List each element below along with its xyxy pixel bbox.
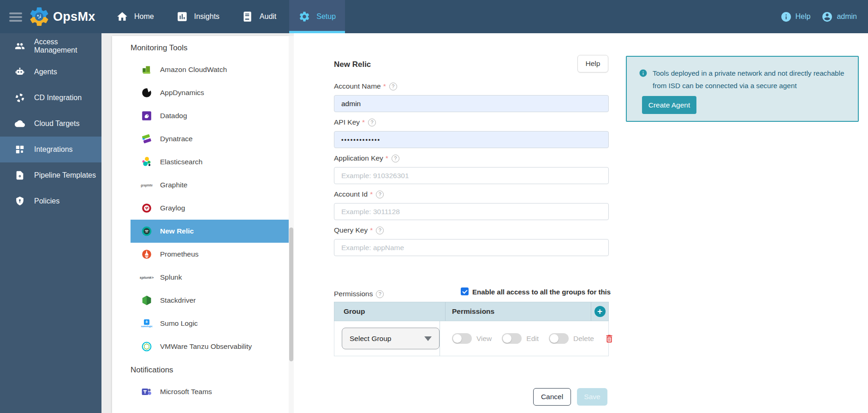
chevron-down-icon (424, 336, 432, 341)
tool-item-new-relic[interactable]: New Relic (131, 220, 289, 243)
account-name-input[interactable] (334, 95, 609, 112)
tool-item-datadog[interactable]: Datadog (131, 104, 289, 127)
newrelic-icon (141, 225, 153, 237)
delete-toggle[interactable] (549, 333, 569, 344)
api-key-input[interactable] (334, 131, 609, 148)
permissions-label: Permissions (334, 290, 384, 298)
nav-tab-insights[interactable]: Insights (167, 0, 229, 33)
tool-item-label: Datadog (160, 112, 187, 120)
add-row-button[interactable] (595, 306, 606, 317)
nav-tab-label: Audit (260, 12, 276, 21)
view-toggle[interactable] (452, 333, 472, 344)
tool-item-elasticsearch[interactable]: Elasticsearch (131, 150, 289, 174)
nav-tab-home[interactable]: Home (107, 0, 163, 33)
nav-tab-label: Insights (194, 12, 220, 21)
tool-item-label: Stackdriver (160, 296, 196, 305)
permissions-column-header: Permissions (445, 302, 591, 321)
enable-all-checkbox[interactable] (461, 287, 469, 295)
opsmx-logo-icon (28, 5, 51, 28)
graylog-icon (141, 202, 153, 214)
navbar-right: Help admin (780, 0, 857, 33)
tool-item-label: Elasticsearch (160, 158, 202, 166)
users-icon (15, 41, 25, 51)
tools-scrollbar-thumb[interactable] (289, 227, 293, 361)
delete-row-button[interactable] (604, 334, 614, 344)
help-label: Help (796, 12, 811, 21)
account-id-input[interactable] (334, 203, 609, 220)
secure-agent-panel: Tools deployed in a private network and … (626, 56, 859, 122)
question-icon[interactable] (368, 119, 376, 126)
add-row-cell (591, 302, 608, 321)
user-menu[interactable]: admin (821, 11, 857, 23)
sidebar-item-label: Access Management (34, 38, 101, 54)
datadog-icon (141, 110, 153, 122)
monitoring-tools-title: Monitoring Tools (112, 36, 289, 58)
question-icon[interactable] (376, 191, 384, 198)
shield-icon (15, 196, 25, 206)
cancel-button[interactable]: Cancel (533, 388, 571, 406)
tool-item-label: VMWare Tanzu Observability (160, 342, 252, 351)
sidebar-item-pipeline-templates[interactable]: Pipeline Templates (0, 162, 101, 188)
help-menu[interactable]: Help (780, 11, 811, 23)
tools-scrollbar[interactable] (289, 36, 294, 413)
tool-item-splunk[interactable]: splunk> Splunk (131, 266, 289, 289)
prometheus-icon (141, 248, 153, 260)
cloud-icon (15, 119, 25, 129)
sidebar-item-policies[interactable]: Policies (0, 188, 101, 214)
lifebuoy-icon (15, 93, 25, 103)
query-key-input[interactable] (334, 239, 609, 256)
sidebar-item-access-management[interactable]: Access Management (0, 33, 101, 59)
permissions-table: Group Permissions Select Group View (334, 302, 609, 356)
query-key-label: Query Key* (334, 226, 384, 234)
brand-name: OpsMx (53, 10, 95, 24)
delete-toggle-label: Delete (573, 335, 594, 343)
sidebar-item-cd-integration[interactable]: CD Integration (0, 85, 101, 111)
tool-item-graylog[interactable]: Graylog (131, 197, 289, 220)
nav-tab-audit[interactable]: Audit (232, 0, 285, 33)
avatar-icon (821, 11, 833, 23)
nav-tab-setup[interactable]: Setup (289, 0, 345, 33)
edit-toggle[interactable] (502, 333, 522, 344)
edit-toggle-label: Edit (526, 335, 539, 343)
brand: OpsMx (28, 5, 95, 28)
sidebar-item-cloud-targets[interactable]: Cloud Targets (0, 111, 101, 137)
tool-item-stackdriver[interactable]: Stackdriver (131, 289, 289, 312)
nav-tabs: Home Insights Audit Setup (107, 0, 349, 33)
sidebar-item-integrations[interactable]: Integrations (0, 137, 101, 162)
tool-item-dynatrace[interactable]: Dynatrace (131, 127, 289, 150)
tool-item-graphite[interactable]: graphite Graphite (131, 174, 289, 197)
stackdriver-icon (141, 294, 153, 306)
application-key-input[interactable] (334, 167, 609, 184)
tool-item-microsoft-teams[interactable]: Microsoft Teams (131, 380, 289, 403)
hamburger-menu-icon[interactable] (9, 12, 22, 24)
cloudwatch-icon (141, 64, 153, 76)
tool-item-amazon-cloudwatch[interactable]: Amazon CloudWatch (131, 58, 289, 81)
sumologic-icon: +sumologic (141, 317, 153, 329)
grid-icon (15, 144, 25, 155)
enable-all-access: Enable all access to all the groups for … (461, 287, 611, 296)
tool-item-vmware-tanzu-observability[interactable]: VMWare Tanzu Observability (131, 335, 289, 358)
group-select[interactable]: Select Group (342, 328, 440, 349)
tool-item-prometheus[interactable]: Prometheus (131, 243, 289, 266)
sidebar-item-label: Agents (34, 68, 57, 76)
api-key-label: API Key* (334, 118, 376, 126)
tool-item-sumo-logic[interactable]: +sumologic Sumo Logic (131, 312, 289, 335)
question-icon[interactable] (376, 290, 384, 298)
permissions-table-header: Group Permissions (334, 302, 609, 321)
sidebar-item-label: Integrations (34, 145, 73, 154)
tool-item-label: Dynatrace (160, 135, 193, 143)
permissions-table-row: Select Group View Edit Delete (334, 321, 609, 356)
tool-item-label: Graphite (160, 181, 187, 189)
agent-panel-message: Tools deployed in a private network and … (653, 67, 851, 92)
create-agent-button[interactable]: Create Agent (642, 96, 696, 114)
tool-item-appdynamics[interactable]: AppDynamics (131, 81, 289, 104)
group-select-value: Select Group (350, 335, 391, 343)
form-help-button[interactable]: Help (577, 55, 608, 72)
tool-item-label: New Relic (160, 227, 194, 235)
question-icon[interactable] (392, 155, 399, 162)
graphite-wordmark-icon: graphite (141, 179, 153, 191)
question-icon[interactable] (389, 83, 397, 90)
sidebar-item-agents[interactable]: Agents (0, 59, 101, 85)
save-button[interactable]: Save (577, 388, 607, 406)
question-icon[interactable] (376, 227, 384, 234)
